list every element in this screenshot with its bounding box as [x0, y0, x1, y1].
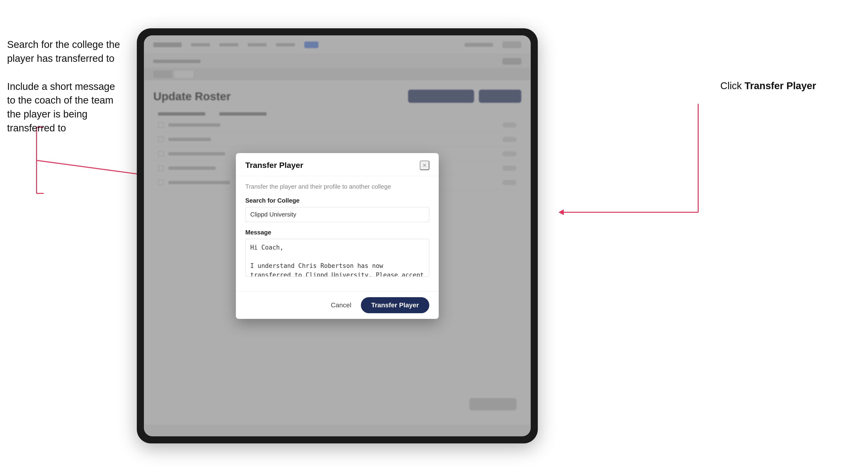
message-textarea[interactable]: Hi Coach, I understand Chris Robertson h… [245, 239, 429, 277]
svg-line-0 [36, 160, 142, 175]
modal-body: Transfer the player and their profile to… [236, 176, 439, 291]
transfer-player-modal[interactable]: Transfer Player × Transfer the player an… [236, 153, 439, 319]
modal-header: Transfer Player × [236, 153, 439, 176]
message-label: Message [245, 229, 429, 236]
modal-description: Transfer the player and their profile to… [245, 183, 429, 190]
annotation-right-text: Click Transfer Player [720, 80, 816, 92]
svg-marker-5 [559, 210, 564, 215]
annotation-search-text: Search for the college the player has tr… [7, 38, 125, 66]
modal-overlay: Transfer Player × Transfer the player an… [144, 35, 531, 436]
tablet-screen: Update Roster [144, 35, 531, 436]
modal-footer: Cancel Transfer Player [236, 291, 439, 319]
annotation-message-text: Include a short message to the coach of … [7, 80, 125, 135]
modal-title: Transfer Player [245, 161, 303, 170]
tablet-device: Update Roster [137, 28, 538, 443]
search-college-group: Search for College [245, 197, 429, 222]
message-group: Message Hi Coach, I understand Chris Rob… [245, 229, 429, 278]
cancel-button[interactable]: Cancel [326, 299, 356, 312]
search-college-label: Search for College [245, 197, 429, 204]
transfer-player-button[interactable]: Transfer Player [361, 297, 429, 313]
modal-close-button[interactable]: × [420, 161, 429, 170]
search-college-input[interactable] [245, 207, 429, 222]
